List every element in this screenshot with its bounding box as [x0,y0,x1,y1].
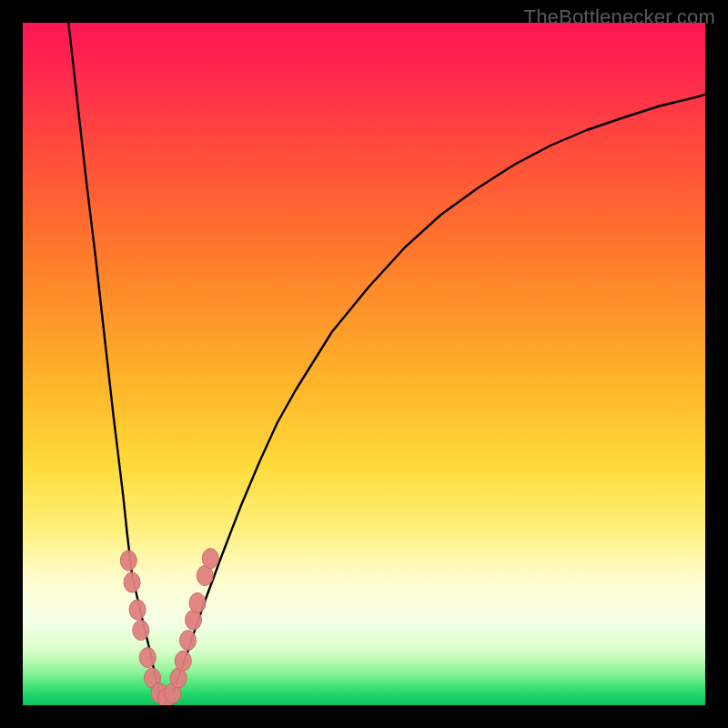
highlight-marker [180,631,197,651]
curve-left_branch [68,23,168,705]
highlight-marker [189,593,206,613]
highlight-marker [139,648,156,668]
highlight-marker [120,551,136,571]
highlight-marker [175,651,191,671]
chart-frame: TheBottlenecker.com [0,0,728,728]
highlight-marker [129,600,146,620]
highlight-marker [133,621,149,641]
bottleneck-curves-svg [23,23,705,705]
highlight-marker [124,572,140,592]
curve-right_branch [168,95,705,705]
highlight-marker [202,549,218,569]
plot-area [23,23,705,705]
watermark-label: TheBottlenecker.com [524,5,715,29]
